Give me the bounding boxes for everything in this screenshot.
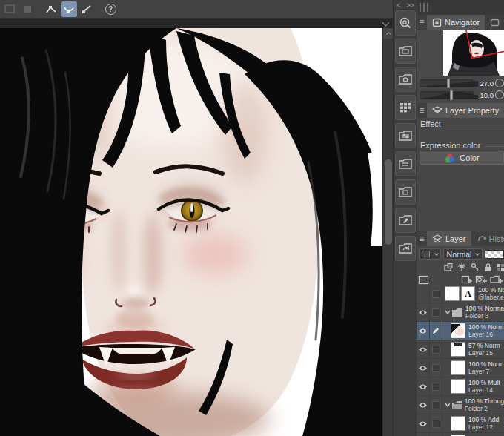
zoom-slider-handle[interactable]	[447, 79, 450, 88]
tab-navigator[interactable]: Navigator	[427, 15, 485, 30]
navigator-menu-icon[interactable]: ≡	[417, 17, 427, 27]
expression-color-dropdown[interactable]: Color	[420, 151, 504, 165]
eye-icon[interactable]	[418, 383, 428, 390]
lock-key-icon[interactable]	[470, 262, 480, 272]
zoom-slider[interactable]	[420, 79, 474, 87]
layer-row-folder3[interactable]: 100 % NormaFolder 3	[417, 303, 504, 322]
layer-row-layer16-selected[interactable]: 100 % NormLayer 16	[417, 322, 504, 340]
clip-to-layer-icon[interactable]	[443, 262, 454, 272]
eye-icon[interactable]	[418, 346, 428, 353]
folder-edit-icon[interactable]	[395, 208, 416, 233]
expand-chevron-icon[interactable]	[444, 402, 450, 408]
rotate-slider-handle[interactable]	[450, 90, 453, 100]
layer-thumbnail[interactable]	[451, 379, 465, 394]
visibility-cell[interactable]	[417, 359, 430, 377]
folder-camera-icon[interactable]	[395, 67, 416, 92]
opacity-slider[interactable]	[485, 250, 504, 259]
layer-checkbox[interactable]	[432, 290, 440, 298]
grid-palette-icon[interactable]	[395, 95, 416, 120]
visibility-cell[interactable]	[417, 322, 430, 340]
new-layer-icon[interactable]	[461, 274, 472, 285]
checkbox-cell[interactable]	[430, 359, 442, 377]
tab-history[interactable]: History	[471, 231, 504, 246]
draft-layer-icon[interactable]	[457, 262, 467, 272]
layer-checkbox[interactable]	[432, 383, 440, 391]
layer-checkbox[interactable]	[432, 364, 440, 372]
layer-checkbox[interactable]	[432, 308, 440, 317]
panel-drag-bar[interactable]	[417, 0, 504, 15]
eye-icon[interactable]	[418, 402, 428, 409]
eye-icon[interactable]	[418, 365, 428, 371]
checkbox-cell[interactable]	[430, 340, 442, 358]
canvas[interactable]	[0, 28, 382, 436]
eye-icon[interactable]	[418, 309, 428, 316]
scrollbar-thumb[interactable]	[385, 159, 392, 245]
navigator-preview[interactable]	[417, 30, 504, 76]
visibility-cell[interactable]	[417, 433, 430, 436]
layer-row-partial[interactable]: 100 % Nor	[417, 433, 504, 436]
checkbox-cell[interactable]	[430, 377, 442, 395]
layer-thumbnail[interactable]	[451, 416, 465, 431]
layer-checkbox[interactable]	[432, 401, 440, 409]
layer-thumbnail[interactable]	[445, 286, 460, 301]
folder-document-icon[interactable]	[395, 179, 416, 205]
visibility-cell[interactable]	[417, 396, 430, 414]
layer-row-layer14[interactable]: 100 % MultLayer 14	[417, 377, 504, 396]
snap-curve-icon[interactable]	[61, 1, 77, 17]
tab-layer[interactable]: Layer	[427, 231, 471, 246]
visibility-cell[interactable]	[417, 285, 430, 303]
eye-icon[interactable]	[418, 420, 428, 427]
checkbox-cell[interactable]	[430, 285, 442, 303]
folder-lines-icon[interactable]	[395, 151, 416, 176]
inactive-tool-icon-2[interactable]	[19, 1, 36, 17]
canvas-tab-dropdown-icon[interactable]	[382, 19, 390, 27]
blend-mode-dropdown[interactable]: Normal	[443, 248, 483, 260]
new-correction-layer-icon[interactable]	[475, 274, 487, 285]
layer-row-layer15[interactable]: 57 % NormLayer 15	[417, 340, 504, 359]
checkbox-cell[interactable]	[430, 303, 442, 321]
visibility-cell[interactable]	[417, 303, 430, 321]
visibility-cell[interactable]	[417, 414, 430, 432]
scroll-up-icon[interactable]	[383, 28, 394, 39]
app-window: ?	[0, 0, 504, 436]
rotate-icon[interactable]	[495, 90, 504, 99]
visibility-cell[interactable]	[417, 340, 430, 358]
layer-checkbox[interactable]	[432, 346, 440, 354]
help-icon[interactable]: ?	[102, 1, 119, 17]
eye-icon[interactable]	[418, 328, 428, 334]
new-folder-icon[interactable]	[490, 274, 503, 285]
lock-transparent-pixel-icon[interactable]	[496, 262, 504, 272]
folder-window-icon[interactable]	[395, 39, 416, 64]
layer-row-folder2[interactable]: 100 % ThrougFolder 2	[417, 396, 504, 414]
layer-checkbox[interactable]	[432, 420, 440, 428]
checkbox-cell[interactable]	[430, 433, 442, 436]
checkbox-cell[interactable]	[430, 396, 442, 414]
lock-layer-icon[interactable]	[483, 262, 493, 272]
visibility-cell[interactable]	[417, 377, 430, 395]
dock-collapse-icon[interactable]: <	[397, 1, 400, 9]
rotate-slider[interactable]	[420, 91, 474, 99]
layer-thumbnail[interactable]	[451, 360, 465, 375]
reference-layer-icon[interactable]	[418, 275, 429, 285]
layer-thumbnail[interactable]	[451, 323, 465, 338]
snap-angle-plain-icon[interactable]	[79, 1, 95, 17]
layer-property-menu-icon[interactable]: ≡	[417, 105, 427, 116]
canvas-vertical-scrollbar[interactable]	[382, 28, 393, 436]
folder-export-icon[interactable]	[395, 236, 416, 261]
layer-row-layer12[interactable]: 100 % AddLayer 12	[417, 414, 504, 433]
layer-row-layer7[interactable]: 100 % NormLayer 7	[417, 359, 504, 377]
dock-expand-icon[interactable]: >>	[406, 1, 414, 9]
search-palette-icon[interactable]	[395, 10, 416, 36]
layer-thumbnail[interactable]	[451, 342, 465, 357]
zoom-in-icon[interactable]	[495, 79, 504, 87]
tab-subview[interactable]	[485, 15, 504, 30]
expand-chevron-icon[interactable]	[444, 309, 450, 315]
inactive-tool-icon-1[interactable]	[1, 1, 18, 17]
checkbox-cell[interactable]	[430, 414, 442, 432]
layer-panel-menu-icon[interactable]: ≡	[417, 234, 427, 244]
folder-sliders-icon[interactable]	[395, 123, 416, 148]
tab-layer-property[interactable]: Layer Property	[427, 103, 504, 118]
snap-angle-icon[interactable]	[43, 1, 59, 17]
layer-row-faber[interactable]: A 100 % No@faber.e	[417, 285, 504, 303]
palette-color-dropdown[interactable]	[419, 248, 441, 260]
